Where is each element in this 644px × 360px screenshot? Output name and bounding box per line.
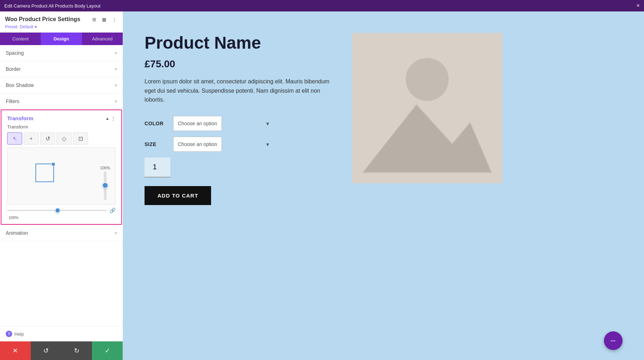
- animation-label: Animation: [6, 230, 28, 236]
- box-shadow-chevron-icon: ▾: [115, 83, 117, 88]
- tab-design[interactable]: Design: [41, 33, 82, 45]
- scale-x-slider-track[interactable]: [7, 210, 107, 211]
- color-select[interactable]: Choose an option: [173, 116, 222, 131]
- more-options-icon[interactable]: ⋮: [111, 16, 118, 23]
- size-select-wrapper: Choose an option: [173, 137, 273, 152]
- bottom-sliders: 🔗 100%: [1, 205, 121, 221]
- help-icon: ?: [6, 331, 12, 337]
- help-label: Help: [14, 331, 24, 337]
- scale-handle[interactable]: [52, 162, 55, 166]
- transform-tools: ↖ + ↺ ◇ ⊡: [1, 132, 121, 147]
- spacing-label: Spacing: [6, 50, 24, 56]
- add-to-cart-button[interactable]: ADD TO CART: [145, 186, 211, 205]
- help-row[interactable]: ? Help: [0, 326, 123, 341]
- scale-value-row: 100%: [7, 215, 116, 220]
- tab-content[interactable]: Content: [0, 33, 41, 45]
- scale-tool-button[interactable]: ⊡: [73, 132, 88, 145]
- sidebar-tabs: Content Design Advanced: [0, 33, 123, 45]
- redo-button[interactable]: ↻: [62, 341, 92, 360]
- spacing-section[interactable]: Spacing ▾: [0, 45, 123, 61]
- transform-header-icons: ▴ ⋮: [106, 116, 116, 121]
- svg-point-1: [406, 58, 449, 101]
- sidebar-actions: ✕ ↺ ↻ ✓: [0, 341, 123, 360]
- scale-box[interactable]: [35, 164, 54, 182]
- cancel-button[interactable]: ✕: [0, 341, 31, 360]
- close-button[interactable]: ×: [636, 3, 640, 9]
- color-label: COLOR: [145, 121, 166, 126]
- filters-section[interactable]: Filters ▾: [0, 93, 123, 110]
- sidebar-title: Woo Product Price Settings: [5, 16, 80, 23]
- floating-action-button[interactable]: •••: [604, 331, 623, 350]
- product-image: [352, 33, 502, 183]
- right-slider-track[interactable]: [104, 171, 107, 200]
- right-slider-value: 100%: [100, 166, 110, 170]
- grid-icon[interactable]: ▦: [101, 16, 108, 23]
- size-select[interactable]: Choose an option: [173, 137, 222, 152]
- border-section[interactable]: Border ▾: [0, 61, 123, 77]
- filters-label: Filters: [6, 98, 19, 104]
- border-label: Border: [6, 66, 21, 72]
- animation-section[interactable]: Animation ▾: [0, 225, 123, 241]
- rotate-tool-button[interactable]: ↺: [40, 132, 55, 145]
- main-content: Product Name £75.00 Lorem ipsum dolor si…: [123, 11, 644, 360]
- save-button[interactable]: ✓: [92, 341, 123, 360]
- expand-icon[interactable]: ⊞: [91, 16, 98, 23]
- filters-chevron-icon: ▾: [115, 99, 117, 104]
- tab-advanced[interactable]: Advanced: [82, 33, 123, 45]
- transform-canvas: 100%: [7, 147, 116, 205]
- sidebar-header-top: Woo Product Price Settings ⊞ ▦ ⋮: [5, 16, 118, 23]
- size-label: SIZE: [145, 141, 166, 147]
- link-icon[interactable]: 🔗: [109, 208, 116, 213]
- right-slider-container: 100%: [100, 166, 110, 200]
- product-name: Product Name: [145, 33, 331, 53]
- quantity-input[interactable]: [145, 157, 170, 177]
- sidebar-header: Woo Product Price Settings ⊞ ▦ ⋮ Preset:…: [0, 11, 123, 33]
- product-description: Lorem ipsum dolor sit amet, consectetur …: [145, 77, 331, 104]
- transform-header: Transform ▴ ⋮: [1, 110, 121, 124]
- box-shadow-label: Box Shadow: [6, 82, 34, 88]
- move-tool-button[interactable]: ↖: [7, 132, 22, 145]
- undo-button[interactable]: ↺: [31, 341, 62, 360]
- product-price: £75.00: [145, 58, 331, 70]
- scale-x-slider-row: 🔗: [7, 208, 116, 213]
- top-bar: Edit Camera Product All Products Body La…: [0, 0, 644, 11]
- transform-section: Transform ▴ ⋮ Transform ↖ + ↺ ◇ ⊡: [1, 110, 122, 225]
- border-chevron-icon: ▾: [115, 67, 117, 72]
- scale-bottom-value: 100%: [7, 215, 20, 220]
- size-variant-row: SIZE Choose an option: [145, 137, 331, 152]
- animation-chevron-icon: ▾: [115, 231, 117, 235]
- product-info: Product Name £75.00 Lorem ipsum dolor si…: [145, 33, 331, 205]
- sidebar-content: Spacing ▾ Border ▾ Box Shadow ▾ Filters …: [0, 45, 123, 326]
- preset-label[interactable]: Preset: Default: [5, 24, 118, 29]
- skew-tool-button[interactable]: ◇: [57, 132, 72, 145]
- top-bar-title: Edit Camera Product All Products Body La…: [4, 3, 101, 9]
- color-select-wrapper: Choose an option: [173, 116, 273, 131]
- transform-title: Transform: [7, 115, 33, 121]
- fab-icon: •••: [611, 339, 616, 343]
- color-variant-row: COLOR Choose an option: [145, 116, 331, 131]
- transform-collapse-icon[interactable]: ▴: [106, 116, 109, 121]
- sidebar: Woo Product Price Settings ⊞ ▦ ⋮ Preset:…: [0, 11, 123, 360]
- right-slider-thumb[interactable]: [102, 182, 108, 189]
- transform-more-icon[interactable]: ⋮: [111, 116, 116, 121]
- add-tool-button[interactable]: +: [24, 132, 39, 145]
- scale-x-slider-thumb[interactable]: [55, 208, 60, 213]
- sidebar-header-icons: ⊞ ▦ ⋮: [91, 16, 118, 23]
- transform-label: Transform: [1, 124, 121, 132]
- box-shadow-section[interactable]: Box Shadow ▾: [0, 77, 123, 93]
- spacing-chevron-icon: ▾: [115, 51, 117, 55]
